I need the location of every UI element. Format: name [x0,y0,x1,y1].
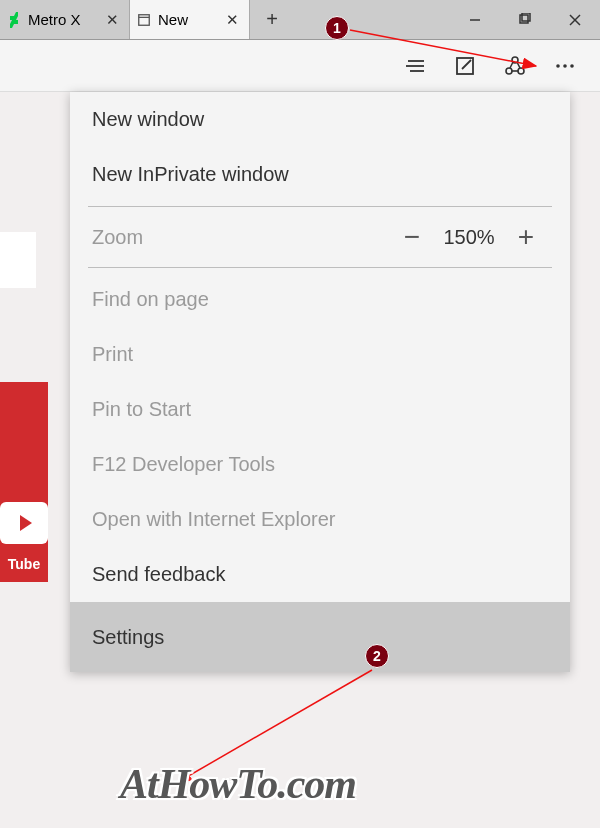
tab-label: New [158,11,188,28]
menu-new-inprivate[interactable]: New InPrivate window [70,147,570,202]
page-icon [136,12,152,28]
close-window-button[interactable] [550,0,600,39]
zoom-in-button[interactable]: + [504,221,548,253]
menu-zoom-row: Zoom − 150% + [70,211,570,263]
menu-new-window[interactable]: New window [70,92,570,147]
svg-point-14 [518,68,524,74]
menu-send-feedback[interactable]: Send feedback [70,547,570,602]
svg-rect-4 [522,13,530,21]
tab-new-active[interactable]: New ✕ [130,0,250,39]
close-icon[interactable]: ✕ [102,11,123,29]
menu-print[interactable]: Print [70,327,570,382]
share-button[interactable] [490,40,540,92]
svg-point-18 [556,64,560,68]
reading-view-button[interactable] [390,40,440,92]
annotation-marker-2: 2 [365,644,389,668]
menu-find[interactable]: Find on page [70,272,570,327]
svg-line-11 [462,60,471,69]
zoom-label: Zoom [92,226,390,249]
menu-settings[interactable]: Settings [70,602,570,672]
tab-label: Metro X [28,11,81,28]
minimize-button[interactable] [450,0,500,39]
menu-open-ie[interactable]: Open with Internet Explorer [70,492,570,547]
menu-devtools[interactable]: F12 Developer Tools [70,437,570,492]
deviantart-icon [6,12,22,28]
web-note-button[interactable] [440,40,490,92]
toolbar [0,40,600,92]
title-spacer [294,0,450,39]
svg-rect-3 [520,15,528,23]
watermark-text: AtHowTo.com [120,760,356,808]
svg-line-16 [517,62,520,68]
close-icon[interactable]: ✕ [222,11,243,29]
svg-line-15 [510,62,513,68]
annotation-marker-1: 1 [325,16,349,40]
zoom-out-button[interactable]: − [390,221,434,253]
svg-point-20 [570,64,574,68]
svg-point-19 [563,64,567,68]
more-actions-button[interactable] [540,40,590,92]
youtube-icon [0,502,48,544]
zoom-value: 150% [434,226,504,249]
maximize-button[interactable] [500,0,550,39]
tab-metro[interactable]: Metro X ✕ [0,0,130,39]
more-menu: New window New InPrivate window Zoom − 1… [70,92,570,672]
menu-separator [88,206,552,207]
svg-point-13 [506,68,512,74]
background-stripe [0,232,36,288]
menu-separator [88,267,552,268]
svg-rect-0 [139,14,150,25]
title-bar: Metro X ✕ New ✕ + [0,0,600,40]
youtube-label: Tube [0,556,48,572]
menu-pin-start[interactable]: Pin to Start [70,382,570,437]
sidebar-tile: Tube [0,382,48,582]
new-tab-button[interactable]: + [250,0,294,39]
